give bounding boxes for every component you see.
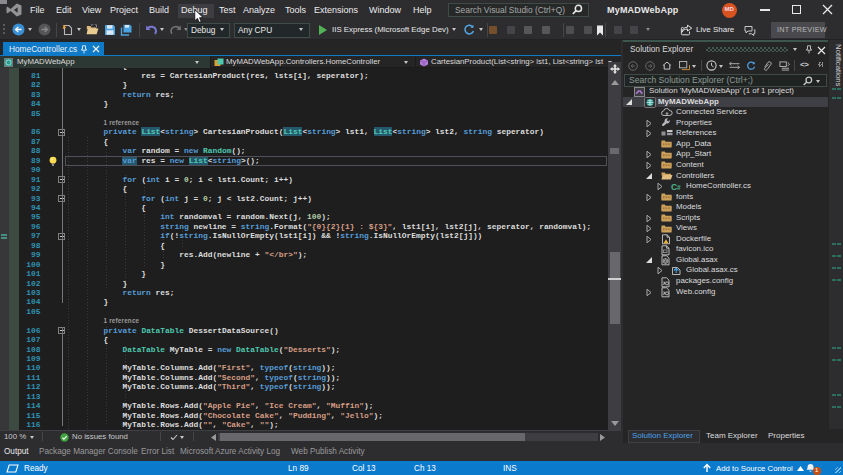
svg-text:#: # <box>677 184 681 191</box>
